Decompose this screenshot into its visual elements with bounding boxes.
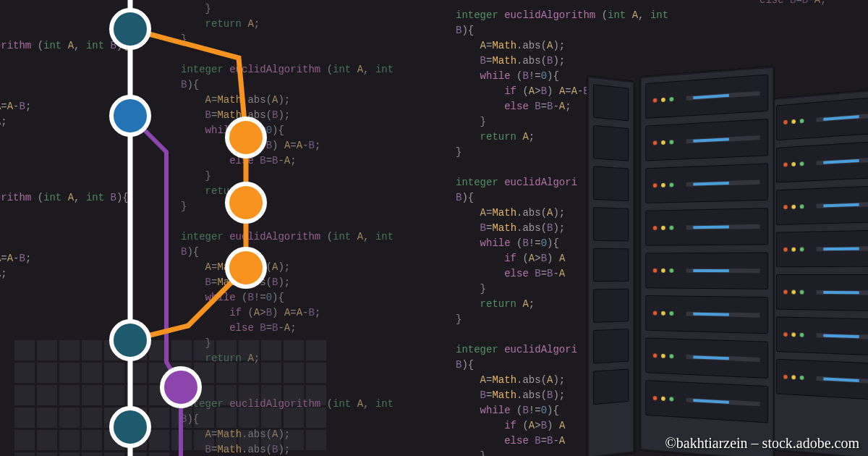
svg-point-6 (162, 368, 200, 406)
server-rack-3 (767, 93, 868, 456)
svg-point-3 (227, 184, 265, 221)
svg-point-4 (227, 249, 265, 287)
svg-point-1 (111, 97, 149, 135)
server-rack-2 (637, 71, 774, 456)
server-rack-1 (586, 78, 637, 456)
svg-point-7 (111, 408, 149, 446)
svg-point-2 (227, 119, 265, 156)
svg-point-0 (111, 10, 149, 48)
attribution-text: ©bakhtiarzein – stock.adobe.com (665, 435, 859, 452)
svg-point-5 (111, 321, 149, 359)
git-branch-graph (58, 0, 347, 456)
